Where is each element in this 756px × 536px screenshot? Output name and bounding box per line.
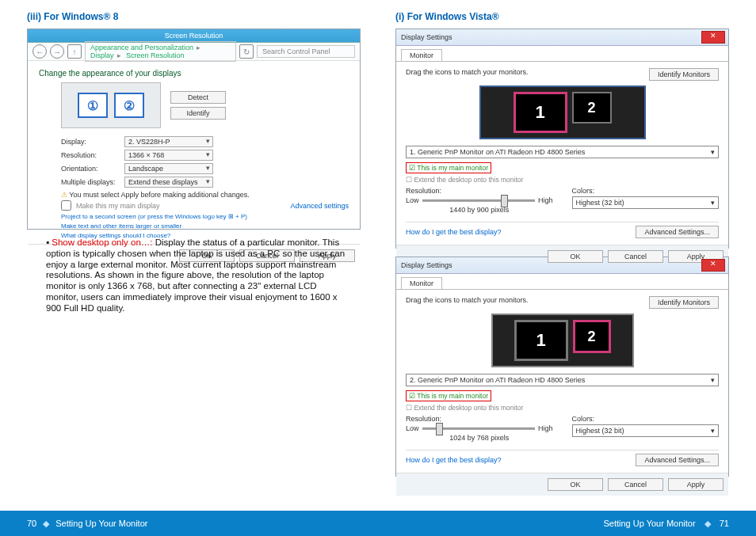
multiple-select[interactable]: Extend these displays — [124, 177, 213, 188]
main-monitor-checkbox[interactable]: ☑ This is my main monitor — [409, 164, 488, 172]
size-link[interactable]: Make text and other items larger or smal… — [61, 222, 349, 230]
section-heading-left: (iii) For Windows® 8 — [27, 11, 361, 22]
vista-screenshot-2: Display Settings✕ Monitor Drag the icons… — [395, 257, 729, 477]
forward-icon[interactable]: → — [50, 44, 64, 59]
project-link[interactable]: Project to a second screen (or press the… — [61, 213, 349, 220]
ok-button[interactable]: OK — [548, 250, 603, 263]
close-icon[interactable]: ✕ — [701, 31, 725, 44]
vista-title: Display Settings — [401, 33, 452, 41]
footer-section-right: Setting Up Your Monitor — [603, 519, 695, 528]
cancel-button[interactable]: Cancel — [608, 478, 663, 491]
breadcrumb[interactable]: Appearance and Personalization▸ Display▸… — [85, 41, 236, 62]
resolution-label: Resolution: — [61, 151, 120, 159]
vista-monitor-1-icon[interactable]: 1 — [514, 320, 568, 361]
orientation-label: Orientation: — [61, 165, 120, 173]
page-number-right: 71 — [720, 519, 729, 528]
make-main-label: Make this my main display — [76, 202, 160, 210]
vista-screenshot-1: Display Settings✕ Monitor Drag the icons… — [395, 29, 729, 249]
identify-monitors-button[interactable]: Identify Monitors — [649, 296, 719, 309]
vista-monitor-preview[interactable]: 1 2 — [491, 314, 634, 367]
up-icon[interactable]: ↑ — [67, 44, 82, 59]
display-label: Display: — [61, 138, 120, 146]
footer-section-left: Setting Up Your Monitor — [55, 519, 147, 528]
resolution-slider[interactable] — [422, 428, 535, 430]
help-link[interactable]: How do I get the best display? — [406, 228, 502, 236]
identify-monitors-button[interactable]: Identify Monitors — [649, 68, 719, 81]
monitor-tab[interactable]: Monitor — [401, 277, 442, 289]
resolution-slider[interactable] — [422, 200, 535, 202]
apply-button[interactable]: Apply — [668, 478, 724, 491]
monitor-tab[interactable]: Monitor — [401, 49, 442, 61]
page-heading: Change the appearance of your displays — [39, 69, 349, 78]
ok-button[interactable]: OK — [548, 478, 603, 491]
multiple-label: Multiple displays: — [61, 178, 120, 186]
advanced-settings-button[interactable]: Advanced Settings... — [636, 454, 719, 466]
colors-label: Colors: — [572, 415, 720, 423]
monitor-preview[interactable]: ① ② — [61, 82, 161, 128]
monitor-select[interactable]: 2. Generic PnP Monitor on ATI Radeon HD … — [406, 374, 719, 386]
cancel-button[interactable]: Cancel — [608, 250, 663, 263]
orientation-select[interactable]: Landscape — [124, 163, 213, 174]
refresh-icon[interactable]: ↻ — [239, 44, 254, 59]
help-link[interactable]: How do I get the best display? — [406, 456, 502, 464]
resolution-label: Resolution: — [406, 415, 553, 423]
vista-monitor-preview[interactable]: 1 2 — [479, 86, 646, 139]
close-icon[interactable]: ✕ — [701, 259, 725, 272]
drag-text: Drag the icons to match your monitors. — [406, 68, 529, 76]
monitor-1-icon[interactable]: ① — [78, 93, 108, 118]
section-heading-right: (i) For Windows Vista® — [395, 11, 729, 22]
resolution-select[interactable]: 1366 × 768 — [124, 150, 213, 161]
advanced-settings-button[interactable]: Advanced Settings... — [636, 226, 719, 238]
main-monitor-checkbox[interactable]: ☑ This is my main monitor — [409, 392, 488, 400]
footer-bar: 70 ◆ Setting Up Your Monitor Setting Up … — [0, 511, 756, 536]
resolution-value: 1440 by 900 pixels — [406, 206, 553, 214]
extend-checkbox[interactable]: ☐ Extend the desktop onto this monitor — [406, 404, 523, 412]
monitor-select[interactable]: 1. Generic PnP Monitor on ATI Radeon HD … — [406, 146, 719, 158]
vista-monitor-2-icon[interactable]: 2 — [572, 92, 612, 124]
warning-text: You must select Apply before making addi… — [61, 191, 349, 199]
back-icon[interactable]: ← — [32, 44, 47, 59]
resolution-value: 1024 by 768 pixels — [406, 434, 553, 442]
resolution-label: Resolution: — [406, 187, 553, 195]
win8-screenshot: Screen Resolution ← → ↑ Appearance and P… — [27, 29, 361, 230]
colors-select[interactable]: Highest (32 bit) — [572, 196, 720, 209]
search-input[interactable]: Search Control Panel — [257, 45, 355, 58]
vista-title: Display Settings — [401, 261, 452, 269]
vista-monitor-2-icon[interactable]: 2 — [573, 320, 611, 353]
identify-button[interactable]: Identify — [170, 107, 226, 120]
extend-checkbox[interactable]: ☐ Extend the desktop onto this monitor — [406, 176, 523, 184]
display-select[interactable]: 2. VS228H-P — [124, 136, 213, 147]
monitor-2-icon[interactable]: ② — [114, 93, 144, 118]
advanced-settings-link[interactable]: Advanced settings — [290, 202, 349, 210]
colors-select[interactable]: Highest (32 bit) — [572, 424, 720, 437]
detect-button[interactable]: Detect — [170, 91, 226, 104]
drag-text: Drag the icons to match your monitors. — [406, 296, 529, 304]
make-main-checkbox[interactable] — [61, 200, 71, 211]
page-number-left: 70 — [27, 519, 36, 528]
vista-monitor-1-icon[interactable]: 1 — [514, 92, 567, 133]
body-paragraph: ▪ Show desktop only on…: Display the sta… — [46, 238, 348, 314]
diamond-icon: ◆ — [43, 519, 49, 529]
colors-label: Colors: — [572, 187, 720, 195]
diamond-icon: ◆ — [704, 519, 711, 528]
